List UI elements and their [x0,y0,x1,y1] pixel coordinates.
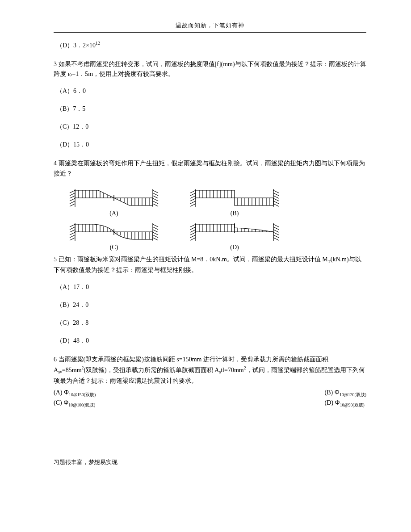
page-footer: 习题很丰富，梦想易实现 [54,458,366,466]
svg-line-40 [190,193,196,196]
svg-line-41 [190,196,196,198]
q6-t4: tl=70mm [221,367,243,373]
svg-line-46 [273,190,279,193]
q6-c-rebar: 10@100(双肢) [68,402,95,407]
svg-line-43 [190,201,196,204]
q6-d-rebar: 10@90(双肢) [340,402,365,407]
q6-c-pre: (C) [54,399,63,406]
svg-line-123 [273,230,279,232]
q3-option-b: （B）7．5 [54,105,366,113]
prev-option-d: （D）3．2×1012 [54,41,366,50]
svg-line-11 [153,198,158,201]
svg-line-81 [70,238,75,240]
q5-option-a: （A）17．0 [54,283,366,291]
q6-a-pre: (A) [54,389,64,396]
svg-line-51 [273,204,279,206]
svg-line-86 [153,232,158,235]
svg-line-47 [273,193,279,196]
q6-text: 6 当雨篷梁(即支承雨篷的框架梁)按箍筋间距 s=150mm 进行计算时，受剪承… [54,355,366,386]
svg-line-80 [70,235,75,238]
svg-line-79 [70,232,75,235]
svg-line-125 [273,235,279,238]
svg-line-48 [273,196,279,198]
svg-line-50 [273,201,279,204]
page-header: 温故而知新，下笔如有神 [54,21,366,29]
phi-icon: Φ [335,399,340,406]
q4-diagram-b: (B) [188,187,281,217]
svg-line-44 [190,204,196,206]
svg-line-3 [70,196,75,198]
svg-line-76 [70,224,75,227]
prev-d-text: （D）3．2×10 [56,42,96,49]
q3-option-c: （C）12．0 [54,123,366,131]
q6-option-a: (A) Φ10@150(双肢) [54,389,241,398]
q4-label-a: (A) [109,210,118,217]
q5-text-1: 5 已知：雨篷板海米宽对雨篷梁产生的扭矩设计值 M=8．0kN.m。试问，雨篷梁… [54,256,328,263]
svg-line-117 [190,232,196,235]
phi-icon: Φ [63,399,68,406]
q4-diagram-a: (A) [67,187,161,217]
svg-line-8 [153,190,158,193]
svg-line-39 [190,190,196,193]
svg-line-12 [153,201,158,204]
svg-line-126 [273,238,279,240]
svg-line-77 [70,227,75,230]
svg-line-4 [70,198,75,201]
q6-option-d: (D) Φ10@90(双肢) [325,399,366,408]
q4-label-c: (C) [110,244,118,251]
svg-line-6 [70,204,75,206]
svg-line-49 [273,198,279,201]
svg-line-88 [153,238,158,240]
svg-line-5 [70,201,75,204]
q5-option-d: （D）48．0 [54,337,366,345]
q5-option-b: （B）24．0 [54,301,366,309]
phi-icon: Φ [64,389,69,396]
svg-line-9 [153,193,158,196]
svg-line-78 [70,230,75,232]
phi-icon: Φ [335,389,340,396]
svg-line-83 [153,224,158,227]
svg-line-115 [190,227,196,230]
q4-label-b: (B) [231,210,239,217]
q4-text: 4 雨篷梁在雨篷板的弯矩作用下产生扭矩，假定雨篷梁与框架柱刚接。试问，雨篷梁的扭… [54,159,366,179]
svg-line-13 [153,204,158,206]
svg-line-2 [70,193,75,196]
q5-text: 5 已知：雨篷板海米宽对雨篷梁产生的扭矩设计值 M=8．0kN.m。试问，雨篷梁… [54,255,366,275]
svg-line-116 [190,230,196,232]
svg-line-84 [153,227,158,230]
svg-line-42 [190,198,196,201]
q4-diagram-c: (C) [67,221,161,251]
q3-text: 3 如果不考虑雨篷梁的扭转变形，试问，雨篷板的挠度限值[f](mm)与以下何项数… [54,59,366,80]
q3-option-a: （A）6．0 [54,87,366,95]
q5-option-c: （C）28．8 [54,319,366,327]
prev-d-sup: 12 [96,41,100,46]
svg-line-124 [273,232,279,235]
svg-line-119 [190,238,196,240]
q6-b-rebar: 10@120(双肢) [340,392,366,397]
header-rule [54,32,366,33]
q6-d-pre: (D) [325,399,335,406]
q3-option-d: （D）15．0 [54,141,366,149]
svg-line-122 [273,227,279,230]
svg-line-1 [70,190,75,193]
svg-line-85 [153,230,158,232]
q6-option-b: (B) Φ10@120(双肢) [325,389,366,398]
q6-t2: =85mm [62,367,82,373]
svg-line-121 [273,224,279,227]
q4-diagram-d: (D) [188,221,281,251]
q6-a-rebar: 10@150(双肢) [69,392,96,397]
q4-label-d: (D) [230,244,239,251]
q6-option-c: (C) Φ10@100(双肢) [54,399,241,408]
q6-b-pre: (B) [325,389,335,396]
svg-line-114 [190,224,196,227]
svg-line-10 [153,196,158,198]
q6-sv: sv [58,370,62,375]
svg-line-118 [190,235,196,238]
q6-t3: (双肢箍)，受扭承载力所需的箍筋单肢截面面积 A [84,367,219,373]
svg-line-87 [153,235,158,238]
